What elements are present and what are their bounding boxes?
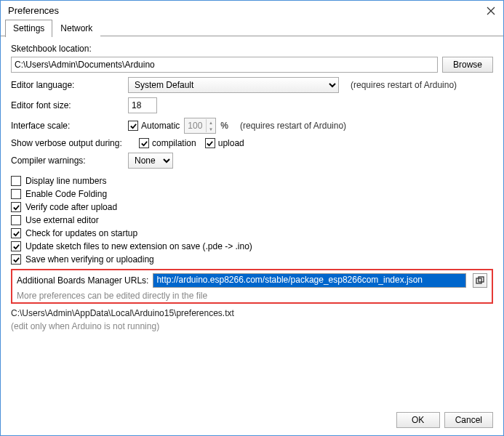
boards-url-expand-icon[interactable] — [473, 273, 487, 288]
verbose-label: Show verbose output during: — [11, 138, 135, 148]
use-external-editor-label: Use external editor — [25, 215, 99, 225]
scale-percent-input: 100 ▲▼ — [184, 118, 216, 134]
upload-label: upload — [218, 138, 244, 148]
edit-only-note: (edit only when Arduino is not running) — [11, 321, 493, 331]
check-updates-label: Check for updates on startup — [25, 228, 137, 238]
upload-checkbox[interactable] — [205, 138, 215, 148]
compilation-label: compilation — [152, 138, 196, 148]
interface-scale-note: (requires restart of Arduino) — [240, 121, 346, 131]
boards-url-highlight: Additional Boards Manager URLs: http://a… — [11, 269, 493, 304]
editor-language-label: Editor language: — [11, 80, 124, 90]
update-sketch-checkbox[interactable] — [11, 241, 21, 251]
editor-language-select[interactable]: System Default — [128, 77, 339, 93]
verify-after-upload-label: Verify code after upload — [25, 202, 117, 212]
use-external-editor-checkbox[interactable] — [11, 215, 21, 225]
update-sketch-label: Update sketch files to new extension on … — [25, 241, 252, 251]
interface-scale-label: Interface scale: — [11, 121, 124, 131]
save-when-verifying-label: Save when verifying or uploading — [25, 254, 154, 265]
tab-network[interactable]: Network — [52, 20, 100, 37]
compilation-checkbox[interactable] — [139, 138, 149, 148]
display-line-numbers-checkbox[interactable] — [11, 176, 21, 186]
cancel-button[interactable]: Cancel — [444, 412, 493, 428]
editor-fontsize-input[interactable] — [128, 97, 157, 113]
editor-language-note: (requires restart of Arduino) — [351, 80, 457, 90]
more-preferences-note: More preferences can be edited directly … — [17, 291, 487, 301]
sketchbook-label: Sketchbook location: — [11, 44, 493, 54]
compiler-warnings-label: Compiler warnings: — [11, 156, 124, 166]
automatic-checkbox[interactable] — [128, 121, 138, 131]
percent-suffix: % — [220, 121, 228, 131]
ok-button[interactable]: OK — [396, 412, 440, 428]
preferences-file-path[interactable]: C:\Users\Admin\AppData\Local\Arduino15\p… — [11, 308, 493, 318]
boards-url-label: Additional Boards Manager URLs: — [17, 275, 148, 286]
enable-code-folding-checkbox[interactable] — [11, 189, 21, 199]
enable-code-folding-label: Enable Code Folding — [25, 189, 107, 199]
compiler-warnings-select[interactable]: None — [128, 153, 173, 169]
verify-after-upload-checkbox[interactable] — [11, 202, 21, 212]
automatic-label: Automatic — [141, 121, 180, 131]
check-updates-checkbox[interactable] — [11, 228, 21, 238]
editor-fontsize-label: Editor font size: — [11, 100, 124, 110]
browse-button[interactable]: Browse — [442, 57, 493, 73]
sketchbook-path-input[interactable] — [11, 57, 438, 73]
save-when-verifying-checkbox[interactable] — [11, 254, 21, 265]
window-title: Preferences — [8, 5, 59, 16]
scale-spinner[interactable]: ▲▼ — [206, 119, 215, 132]
boards-url-input[interactable]: http://arduino.esp8266.com/stable/packag… — [153, 273, 466, 288]
display-line-numbers-label: Display line numbers — [25, 176, 106, 186]
tab-settings[interactable]: Settings — [5, 20, 52, 37]
close-icon[interactable] — [486, 6, 496, 16]
